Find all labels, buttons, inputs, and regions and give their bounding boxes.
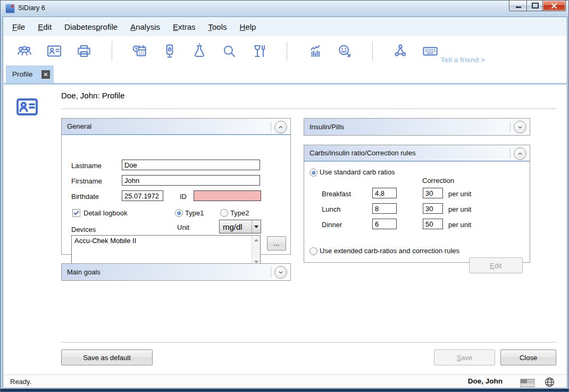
expand-button[interactable] [274,266,287,279]
menu-analysis[interactable]: Analysis [130,22,160,31]
status-text: Ready. [10,378,31,386]
type2-radio[interactable] [220,209,228,217]
schedule-icon[interactable] [130,41,149,61]
id-field[interactable] [194,190,261,201]
sync-icon[interactable] [391,41,410,61]
tab-profile[interactable]: Profile [6,65,54,83]
header-separator [271,267,271,277]
collapse-button[interactable] [514,147,526,160]
devices-scrollbar[interactable] [252,236,260,266]
header-separator [510,122,511,132]
menu-extras[interactable]: Extras [173,22,196,31]
birthdate-field[interactable] [122,190,163,201]
per-unit-label: per unit [448,205,471,213]
tell-a-friend-link[interactable]: Tell a friend > [441,56,485,64]
panel-general: General Lastname Firstname Birthdate ID … [61,118,291,255]
collapse-button[interactable] [274,121,287,134]
edit-button[interactable]: Edit [469,257,523,273]
profile-card-icon [14,94,40,120]
maximize-button[interactable] [526,1,543,11]
status-user: Doe, John [468,377,503,385]
search-icon[interactable] [220,41,239,61]
chevron-up-icon [277,123,284,131]
menu-help[interactable]: Help [240,22,256,31]
toolbar-separator [372,41,373,61]
birthdate-label: Birthdate [71,193,99,201]
panel-title: Insulin/Pills [309,123,344,131]
minimize-button[interactable] [509,1,528,11]
tab-close-icon [44,72,48,77]
lunch-ratio-field[interactable] [372,203,397,214]
close-window-button[interactable] [542,1,566,11]
users-icon[interactable] [15,41,34,61]
flag-icon[interactable] [520,379,535,387]
lab-flask-icon[interactable] [190,41,209,61]
device-list-item[interactable]: Accu-Chek Mobile II [72,236,260,246]
firstname-field[interactable] [122,175,260,186]
toolbar-separator [287,41,287,61]
lunch-correction-field[interactable] [423,203,443,214]
menu-diabetesprofile[interactable]: Diabetesprofile [64,22,118,31]
panel-general-body: Lastname Firstname Birthdate ID Detail l… [62,135,290,253]
correction-header: Correction [422,177,454,185]
close-icon [551,3,557,9]
panel-title: Main goals [67,268,101,276]
statistics-icon[interactable] [305,41,324,61]
check-icon [73,210,79,216]
maximize-icon [532,3,539,9]
dinner-correction-field[interactable] [423,219,443,229]
menu-edit[interactable]: Edit [38,22,52,31]
panel-insulin-pills: Insulin/Pills [304,118,530,136]
detail-logbook-label: Detail logbook [83,209,127,217]
panel-insulin-pills-header: Insulin/Pills [304,119,530,135]
detail-logbook-checkbox[interactable] [72,209,80,217]
nutrition-icon[interactable] [249,41,269,61]
devices-listbox[interactable]: Accu-Chek Mobile II [71,235,261,266]
smiley-export-icon[interactable] [335,41,354,61]
scroll-up-icon[interactable] [252,236,260,244]
panel-title: Carbs/insulin ratio/Correction rules [309,149,415,157]
per-unit-label: per unit [448,221,471,229]
menu-tools[interactable]: Tools [208,22,227,31]
devices-more-button[interactable]: ... [267,236,286,251]
header-separator [510,148,511,159]
firstname-label: Firstname [71,177,102,185]
dinner-label: Dinner [322,221,342,229]
tab-label: Profile [12,70,32,78]
per-unit-label: per unit [448,190,471,198]
title-bar[interactable]: SiDiary 6 [1,1,568,16]
panel-carbs-header: Carbs/insulin ratio/Correction rules [304,145,530,162]
standard-ratios-label: Use standard carb ratios [320,168,395,176]
breakfast-label: Breakfast [322,190,351,198]
type1-radio[interactable] [175,209,183,217]
breakfast-correction-field[interactable] [423,188,443,198]
tab-close-button[interactable] [41,70,50,79]
breakfast-ratio-field[interactable] [372,188,397,198]
menu-file[interactable]: File [12,22,25,31]
tab-underline [3,83,567,85]
minimize-icon [516,6,521,8]
chevron-down-icon [252,220,261,233]
keyboard-icon[interactable] [421,41,440,61]
unit-value: mg/dl [220,222,252,231]
glucose-meter-icon[interactable] [160,41,179,61]
profile-card-icon[interactable] [45,41,64,61]
globe-icon[interactable] [544,377,555,388]
unit-label: Unit [177,223,189,231]
window-title: SiDiary 6 [18,4,45,12]
page-title: Doe, John: Profile [61,91,124,100]
lastname-field[interactable] [122,160,260,170]
divider [61,109,556,109]
standard-ratios-radio[interactable] [309,169,317,177]
extended-ratios-radio[interactable] [309,247,317,255]
panel-main-goals-header: Main goals [62,264,290,280]
save-as-default-button[interactable]: Save as default [61,349,153,365]
printer-icon[interactable] [74,41,94,61]
save-button[interactable]: Save [434,349,495,365]
dinner-ratio-field[interactable] [372,219,397,229]
toolbar-separator [112,41,112,61]
close-button[interactable]: Close [500,349,556,365]
expand-button[interactable] [514,121,526,134]
chevron-down-icon [277,269,284,276]
unit-dropdown[interactable]: mg/dl [219,220,261,233]
